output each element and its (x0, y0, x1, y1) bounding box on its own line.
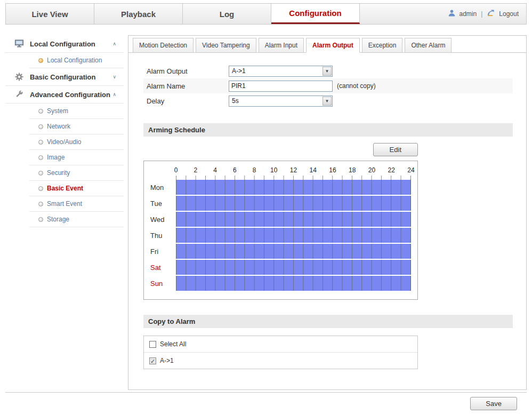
logout-button[interactable]: Logout (499, 10, 519, 18)
radio-bullet-icon (38, 155, 43, 160)
day-label: Mon (148, 184, 176, 192)
armed-bar (176, 244, 411, 259)
chevron-up-icon: ∧ (112, 92, 124, 97)
sidebar-item-video-audio[interactable]: Video/Audio (29, 134, 124, 150)
tab-bar: Motion Detection Video Tampering Alarm I… (128, 36, 526, 53)
sidebar-item-smart-event[interactable]: Smart Event (29, 196, 124, 212)
tab-other-alarm[interactable]: Other Alarm (405, 38, 452, 53)
select-all-checkbox[interactable]: Select All (144, 336, 417, 352)
user-icon (448, 9, 456, 19)
day-label: Sat (148, 264, 176, 272)
nav-configuration[interactable]: Configuration (271, 4, 360, 24)
delay-select[interactable]: 5s ▼ (229, 95, 333, 107)
sidebar-item-security[interactable]: Security (29, 165, 124, 181)
armed-bar (176, 228, 411, 243)
selected-value: 5s (229, 97, 322, 105)
schedule-row-thu: Thu (148, 228, 411, 243)
alarm-output-label: Alarm Output (143, 67, 229, 75)
local-configuration-icon (15, 39, 25, 48)
alarm-name-input[interactable] (229, 81, 333, 92)
sidebar-item-system[interactable]: System (29, 104, 124, 119)
wrench-icon (15, 90, 25, 99)
nav-spacer (360, 4, 448, 24)
sidebar-item-local-configuration[interactable]: Local Configuration (29, 53, 124, 68)
delay-row: Delay 5s ▼ (143, 93, 513, 108)
radio-bullet-icon (38, 109, 43, 114)
sidebar-item-image[interactable]: Image (29, 150, 124, 165)
checkbox-checked-icon[interactable]: ✓ (149, 357, 156, 364)
checkbox-label: Select All (160, 340, 186, 348)
tab-exception[interactable]: Exception (362, 38, 403, 53)
schedule-row-wed: Wed (148, 212, 411, 227)
arming-schedule-grid: 0 2 4 6 8 10 12 14 16 18 20 22 2 (143, 161, 418, 300)
hour-label: 18 (349, 166, 356, 174)
hour-label: 2 (194, 166, 197, 174)
nav-live-view[interactable]: Live View (6, 4, 94, 24)
section-label: Basic Configuration (30, 73, 112, 81)
armed-bar (176, 276, 411, 291)
tab-alarm-input[interactable]: Alarm Input (259, 38, 304, 53)
day-label: Sun (148, 280, 176, 288)
armed-bar (176, 212, 411, 227)
radio-bullet-icon (38, 217, 43, 222)
sidebar: Local Configuration ∧ Local Configuratio… (5, 35, 124, 227)
schedule-row-sat: Sat (148, 260, 411, 275)
alarm-name-note: (cannot copy) (337, 82, 376, 90)
hour-label: 4 (213, 166, 217, 174)
sidebar-item-basic-event[interactable]: Basic Event (29, 181, 124, 196)
radio-bullet-icon (38, 58, 43, 63)
radio-bullet-icon (38, 186, 43, 191)
schedule-row-tue: Tue (148, 196, 411, 211)
user-separator: | (480, 10, 483, 18)
alarm-output-select[interactable]: A->1 ▼ (229, 66, 333, 77)
nav-playback[interactable]: Playback (94, 4, 183, 24)
armed-bar (176, 260, 411, 275)
tab-motion-detection[interactable]: Motion Detection (133, 38, 194, 53)
edit-row: Edit (143, 143, 418, 156)
arming-schedule-header: Arming Schedule (143, 123, 513, 137)
sidebar-item-label: Video/Audio (47, 138, 82, 146)
hour-label: 22 (388, 166, 395, 174)
chevron-down-icon: ∨ (112, 74, 124, 79)
section-label: Local Configuration (30, 40, 112, 48)
sidebar-section-basic-configuration[interactable]: Basic Configuration ∨ (5, 68, 124, 86)
armed-bar (176, 180, 411, 195)
hour-label: 8 (253, 166, 256, 174)
save-button[interactable]: Save (470, 397, 517, 410)
logout-icon (487, 10, 496, 18)
radio-bullet-icon (38, 124, 43, 129)
dropdown-arrow-icon[interactable]: ▼ (323, 67, 332, 76)
alarm-a1-checkbox[interactable]: ✓ A->1 (144, 352, 417, 369)
checkbox-icon[interactable] (149, 341, 156, 348)
nav-log[interactable]: Log (183, 4, 271, 24)
day-label: Fri (148, 248, 176, 256)
gear-icon (15, 73, 25, 81)
checkbox-label: A->1 (160, 357, 174, 364)
tab-alarm-output[interactable]: Alarm Output (306, 38, 360, 53)
panel-body: Alarm Output A->1 ▼ Alarm Name (cannot c… (128, 53, 526, 380)
sidebar-item-network[interactable]: Network (29, 119, 124, 134)
day-label: Thu (148, 232, 176, 240)
dropdown-arrow-icon[interactable]: ▼ (323, 97, 332, 106)
sidebar-section-local-configuration[interactable]: Local Configuration ∧ (5, 35, 124, 53)
alarm-name-row: Alarm Name (cannot copy) (143, 78, 513, 93)
alarm-output-row: Alarm Output A->1 ▼ (143, 63, 513, 78)
hour-scale: 0 2 4 6 8 10 12 14 16 18 20 22 2 (176, 166, 411, 176)
edit-button[interactable]: Edit (373, 143, 418, 156)
chevron-up-icon: ∧ (112, 41, 124, 46)
armed-bar (176, 196, 411, 211)
tab-video-tampering[interactable]: Video Tampering (196, 38, 256, 53)
sidebar-item-storage[interactable]: Storage (29, 212, 124, 227)
sidebar-section-advanced-configuration[interactable]: Advanced Configuration ∧ (5, 86, 124, 104)
arming-schedule-section: Edit 0 2 4 6 8 10 12 14 16 (143, 143, 418, 300)
hour-label: 12 (290, 166, 297, 174)
page: Live View Playback Log Configuration adm… (0, 0, 532, 414)
schedule-row-fri: Fri (148, 244, 411, 259)
radio-bullet-icon (38, 202, 43, 206)
sidebar-item-label: Smart Event (47, 200, 82, 208)
sidebar-item-label: Security (47, 169, 70, 177)
hour-label: 16 (329, 166, 336, 174)
top-nav: Live View Playback Log Configuration adm… (5, 3, 527, 25)
schedule-row-sun: Sun (148, 276, 411, 291)
hour-label: 6 (233, 166, 237, 174)
